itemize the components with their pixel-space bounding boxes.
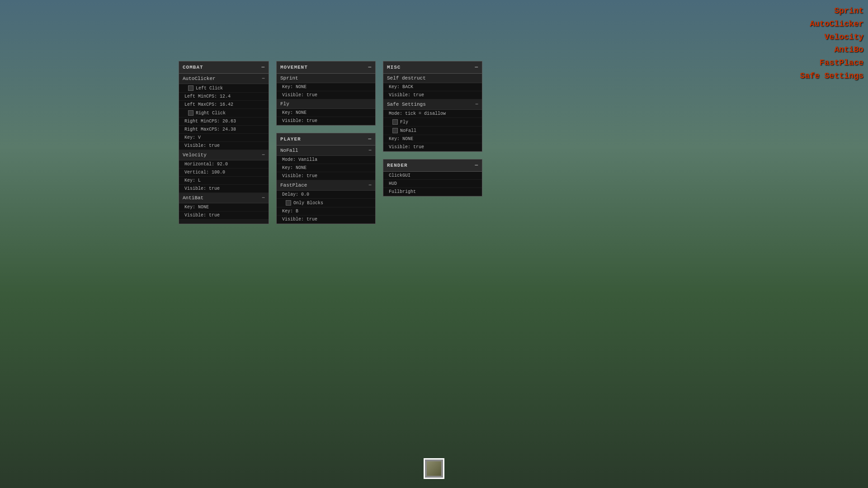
hud-antibo: AntiBo <box>800 43 863 56</box>
safe-fly-checkbox[interactable] <box>392 119 398 125</box>
sprint-title: Sprint <box>280 75 298 81</box>
velocity-visible-label: Visible: true <box>184 186 220 191</box>
sprint-key-row: Key: NONE <box>277 83 375 91</box>
autoclicker-title: AutoClicker <box>183 76 216 81</box>
sprint-visible-row: Visible: true <box>277 91 375 99</box>
movement-panel-collapse[interactable]: − <box>368 64 372 71</box>
safe-fly-label: Fly <box>400 120 408 125</box>
right-mincps-label: Right MinCPS: 20.63 <box>184 119 236 124</box>
fastplace-collapse[interactable]: − <box>368 182 372 188</box>
sprint-section-header[interactable]: Sprint <box>277 74 375 83</box>
nofall-key-label: Key: NONE <box>282 165 307 170</box>
combat-panel-collapse[interactable]: − <box>261 64 265 71</box>
nofall-mode-label: Mode: Vanilla <box>282 157 317 162</box>
left-mincps-label: Left MinCPS: 12.4 <box>184 94 231 99</box>
velocity-key-label: Key: L <box>184 178 201 183</box>
nofall-collapse[interactable]: − <box>368 147 372 154</box>
fullbright-row[interactable]: Fullbright <box>383 188 482 196</box>
safe-fly-row[interactable]: Fly <box>383 118 482 127</box>
fastplace-key-label: Key: B <box>282 209 298 214</box>
movement-panel: MOVEMENT − Sprint Key: NONE Visible: tru… <box>276 61 376 126</box>
vertical-row: Vertical: 100.0 <box>179 169 269 177</box>
antibat-title: AntiBat <box>183 195 203 201</box>
autoclicker-collapse[interactable]: − <box>262 75 265 82</box>
antibat-collapse[interactable]: − <box>262 195 265 201</box>
movement-panel-title: MOVEMENT <box>280 65 308 70</box>
antibat-visible-label: Visible: true <box>184 213 220 218</box>
self-destruct-section-header[interactable]: Self destruct <box>383 74 482 83</box>
vertical-label: Vertical: 100.0 <box>184 170 225 175</box>
self-destruct-title: Self destruct <box>387 75 426 81</box>
fly-visible-row: Visible: true <box>277 117 375 125</box>
delay-row: Delay: 0.0 <box>277 191 375 199</box>
hotbar <box>424 458 444 479</box>
hotbar-slot-active[interactable] <box>424 458 444 479</box>
safe-nofall-label: NoFall <box>400 128 416 133</box>
fastplace-title: FastPlace <box>280 183 307 188</box>
nofall-title: NoFall <box>280 148 298 153</box>
left-click-label: Left Click <box>196 86 223 91</box>
only-blocks-label: Only Blocks <box>293 201 323 206</box>
safe-settings-collapse[interactable]: − <box>475 101 478 108</box>
antibat-section-header[interactable]: AntiBat − <box>179 193 269 203</box>
velocity-collapse[interactable]: − <box>262 152 265 158</box>
fastplace-visible-label: Visible: true <box>282 217 317 222</box>
sprint-visible-label: Visible: true <box>282 93 317 98</box>
combat-panel-header: COMBAT − <box>179 61 269 74</box>
safe-settings-section-header[interactable]: Safe Settings − <box>383 99 482 110</box>
fly-movement-title: Fly <box>280 101 289 107</box>
autoclicker-section-header[interactable]: AutoClicker − <box>179 74 269 84</box>
render-panel-collapse[interactable]: − <box>475 162 478 169</box>
horizontal-row: Horizontal: 92.0 <box>179 160 269 169</box>
misc-panel-header: MISC − <box>383 61 482 74</box>
hud-safe-settings: Safe Settings <box>800 70 863 83</box>
safe-nofall-checkbox[interactable] <box>392 128 398 133</box>
fastplace-section-header[interactable]: FastPlace − <box>277 180 375 191</box>
nofall-section-header[interactable]: NoFall − <box>277 145 375 156</box>
nofall-visible-label: Visible: true <box>282 174 317 178</box>
fly-movement-section-header[interactable]: Fly <box>277 99 375 109</box>
antibat-key-label: Key: NONE <box>184 205 209 210</box>
autoclicker-visible-label: Visible: true <box>184 143 220 148</box>
left-maxcps-label: Left MaxCPS: 16.42 <box>184 102 233 107</box>
fly-key-label: Key: NONE <box>282 110 307 115</box>
hud-sprint: Sprint <box>800 5 863 18</box>
hotbar-item <box>427 461 441 476</box>
nofall-visible-row: Visible: true <box>277 172 375 180</box>
clickgui-label: ClickGUI <box>389 173 410 178</box>
clickgui-row[interactable]: ClickGUI <box>383 172 482 180</box>
fastplace-visible-row: Visible: true <box>277 216 375 224</box>
only-blocks-checkbox[interactable] <box>286 200 291 206</box>
self-destruct-key-label: Key: BACK <box>389 84 413 89</box>
horizontal-label: Horizontal: 92.0 <box>184 162 228 167</box>
velocity-title: Velocity <box>183 152 207 158</box>
safe-nofall-row[interactable]: NoFall <box>383 127 482 135</box>
player-panel-title: PLAYER <box>280 136 301 142</box>
left-click-row[interactable]: Left Click <box>179 84 269 93</box>
hud-velocity: Velocity <box>800 31 863 44</box>
misc-panel-collapse[interactable]: − <box>475 64 478 71</box>
misc-panel: MISC − Self destruct Key: BACK Visible: … <box>383 61 482 152</box>
autoclicker-key-label: Key: V <box>184 135 201 140</box>
nofall-mode-row: Mode: Vanilla <box>277 156 375 164</box>
left-click-checkbox[interactable] <box>188 85 193 91</box>
safe-key-label: Key: NONE <box>389 136 413 141</box>
safe-mode-row: Mode: tick = disallow <box>383 110 482 118</box>
safe-key-row: Key: NONE <box>383 135 482 143</box>
movement-panel-header: MOVEMENT − <box>277 61 375 74</box>
right-click-label: Right Click <box>196 111 226 116</box>
hud-autoclicker: AutoClicker <box>800 18 863 31</box>
right-click-checkbox[interactable] <box>188 110 193 116</box>
hud-row[interactable]: HUD <box>383 180 482 188</box>
combat-panel-title: COMBAT <box>183 65 203 70</box>
fly-visible-label: Visible: true <box>282 118 317 123</box>
velocity-visible-row: Visible: true <box>179 185 269 193</box>
right-click-row[interactable]: Right Click <box>179 109 269 117</box>
safe-visible-row: Visible: true <box>383 143 482 151</box>
safe-settings-title: Safe Settings <box>387 102 426 107</box>
antibat-key-row: Key: NONE <box>179 203 269 211</box>
only-blocks-row[interactable]: Only Blocks <box>277 199 375 207</box>
self-destruct-key-row: Key: BACK <box>383 83 482 91</box>
player-panel-collapse[interactable]: − <box>368 136 372 143</box>
velocity-section-header[interactable]: Velocity − <box>179 150 269 160</box>
